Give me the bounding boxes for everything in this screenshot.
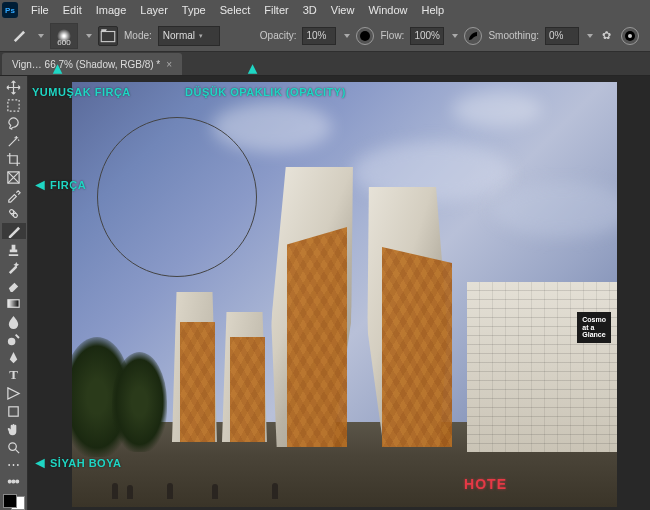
hand-tool[interactable]: [2, 421, 26, 437]
menu-3d[interactable]: 3D: [296, 4, 324, 16]
tab-title: Vign… 66,7% (Shadow, RGB/8) *: [12, 59, 160, 70]
color-swatches[interactable]: [3, 494, 25, 510]
app-logo: Ps: [2, 2, 18, 18]
menu-bar: Ps File Edit Image Layer Type Select Fil…: [0, 0, 650, 20]
svg-rect-0: [101, 31, 115, 41]
mode-label: Mode:: [124, 30, 152, 41]
options-bar: 600 Mode: Normal▾ Opacity: 10% Flow: 100…: [0, 20, 650, 52]
svg-rect-4: [8, 99, 19, 110]
facade: [287, 227, 347, 447]
history-brush-tool[interactable]: [2, 259, 26, 275]
airbrush-icon[interactable]: [464, 27, 482, 45]
gear-icon[interactable]: ✿: [599, 28, 615, 44]
flow-label: Flow:: [380, 30, 404, 41]
chevron-down-icon[interactable]: [86, 34, 92, 38]
chevron-down-icon[interactable]: [587, 34, 593, 38]
brush-cursor: [97, 117, 257, 277]
toolbar-more[interactable]: ⋯: [2, 457, 26, 471]
dodge-tool[interactable]: [2, 331, 26, 347]
facade: [382, 247, 452, 447]
svg-point-1: [360, 31, 370, 41]
tool-bar: T ⋯: [0, 76, 28, 510]
tree: [112, 352, 167, 452]
mode-select[interactable]: Normal▾: [158, 26, 220, 46]
svg-point-13: [12, 480, 15, 483]
blur-tool[interactable]: [2, 313, 26, 329]
svg-point-8: [8, 337, 16, 345]
menu-file[interactable]: File: [24, 4, 56, 16]
chevron-down-icon[interactable]: [344, 34, 350, 38]
brush-preview[interactable]: 600: [50, 23, 78, 49]
wand-tool[interactable]: [2, 133, 26, 149]
pressure-opacity-icon[interactable]: [356, 27, 374, 45]
svg-point-12: [8, 480, 11, 483]
eraser-tool[interactable]: [2, 277, 26, 293]
cosmo-sign: Cosmoat aGlance: [577, 312, 611, 343]
svg-point-3: [628, 34, 632, 38]
person: [112, 483, 118, 499]
shape-tool[interactable]: [2, 403, 26, 419]
menu-help[interactable]: Help: [415, 4, 452, 16]
chevron-down-icon[interactable]: [452, 34, 458, 38]
menu-type[interactable]: Type: [175, 4, 213, 16]
zoom-tool[interactable]: [2, 439, 26, 455]
menu-edit[interactable]: Edit: [56, 4, 89, 16]
smoothing-input[interactable]: 0%: [545, 27, 579, 45]
person: [272, 483, 278, 499]
lasso-tool[interactable]: [2, 115, 26, 131]
type-tool[interactable]: T: [2, 367, 26, 383]
pen-tool[interactable]: [2, 349, 26, 365]
menu-select[interactable]: Select: [213, 4, 258, 16]
brush-panel-icon[interactable]: [98, 26, 118, 46]
path-tool[interactable]: [2, 385, 26, 401]
svg-rect-10: [9, 406, 18, 415]
flow-input[interactable]: 100%: [410, 27, 444, 45]
healing-tool[interactable]: [2, 205, 26, 221]
svg-rect-9: [15, 334, 20, 339]
svg-point-14: [16, 480, 19, 483]
menu-window[interactable]: Window: [361, 4, 414, 16]
svg-rect-7: [8, 299, 19, 307]
document-tab[interactable]: Vign… 66,7% (Shadow, RGB/8) * ×: [2, 53, 182, 75]
opacity-label: Opacity:: [260, 30, 297, 41]
brush-size-value: 600: [57, 38, 70, 47]
document-canvas[interactable]: Cosmoat aGlance HOTE: [72, 82, 617, 507]
tool-preset-icon[interactable]: [6, 25, 30, 47]
facade: [230, 337, 265, 442]
close-icon[interactable]: ×: [166, 59, 172, 70]
document-tab-bar: Vign… 66,7% (Shadow, RGB/8) * ×: [0, 52, 650, 76]
person: [212, 484, 218, 499]
facade: [180, 322, 215, 442]
brush-tool[interactable]: [2, 223, 26, 239]
marquee-tool[interactable]: [2, 97, 26, 113]
move-tool[interactable]: [2, 79, 26, 95]
frame-tool[interactable]: [2, 169, 26, 185]
eyedropper-tool[interactable]: [2, 187, 26, 203]
menu-image[interactable]: Image: [89, 4, 134, 16]
pressure-size-icon[interactable]: [621, 27, 639, 45]
stamp-tool[interactable]: [2, 241, 26, 257]
chevron-down-icon[interactable]: [38, 34, 44, 38]
menu-layer[interactable]: Layer: [133, 4, 175, 16]
building-right: Cosmoat aGlance: [467, 282, 617, 452]
menu-view[interactable]: View: [324, 4, 362, 16]
person: [127, 485, 133, 499]
person: [167, 483, 173, 499]
hotel-sign: HOTE: [464, 476, 507, 492]
svg-point-11: [9, 442, 17, 450]
crop-tool[interactable]: [2, 151, 26, 167]
foreground-color[interactable]: [3, 494, 17, 508]
menu-filter[interactable]: Filter: [257, 4, 295, 16]
edit-toolbar[interactable]: [2, 473, 26, 489]
cloud: [452, 92, 542, 127]
gradient-tool[interactable]: [2, 295, 26, 311]
opacity-input[interactable]: 10%: [302, 27, 336, 45]
smoothing-label: Smoothing:: [488, 30, 539, 41]
